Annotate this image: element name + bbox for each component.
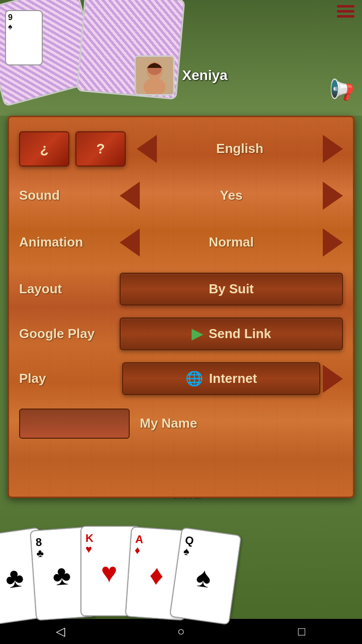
hand-card-5: Q ♠ ♠ bbox=[169, 527, 242, 625]
svg-text:♣: ♣ bbox=[51, 559, 71, 591]
svg-text:♥: ♥ bbox=[101, 557, 118, 588]
sound-arrow-left[interactable] bbox=[120, 182, 140, 210]
language-value: English bbox=[159, 141, 320, 156]
language-arrow-right[interactable] bbox=[323, 135, 343, 163]
animation-label: Animation bbox=[19, 234, 120, 250]
help-language-row: ¿ ? English bbox=[19, 130, 343, 168]
animation-arrow-left[interactable] bbox=[120, 228, 140, 257]
help-button-1[interactable]: ¿ bbox=[19, 131, 69, 167]
nav-back-button[interactable]: ◁ bbox=[48, 619, 73, 644]
sound-control: Yes bbox=[120, 182, 343, 210]
play-row: Play 🌐 Internet bbox=[19, 360, 343, 397]
globe-icon: 🌐 bbox=[186, 370, 203, 387]
animation-arrow-right[interactable] bbox=[323, 228, 343, 257]
menu-icon[interactable] bbox=[337, 5, 354, 18]
nav-home-button[interactable]: ○ bbox=[168, 619, 194, 644]
menu-bar-2 bbox=[337, 10, 354, 13]
sound-row: Sound Yes bbox=[19, 177, 343, 214]
language-control: English bbox=[137, 135, 343, 163]
myname-input[interactable] bbox=[19, 409, 130, 439]
play-store-icon: ▶ bbox=[192, 326, 203, 342]
sound-arrow-right[interactable] bbox=[323, 182, 343, 210]
play-label: Play bbox=[19, 371, 120, 386]
play-value: Internet bbox=[209, 371, 257, 386]
menu-bar-3 bbox=[337, 15, 354, 18]
googleplay-label: Google Play bbox=[19, 326, 120, 342]
avatar bbox=[134, 55, 174, 96]
layout-button[interactable]: By Suit bbox=[120, 273, 343, 305]
googleplay-row: Google Play ▶ Send Link bbox=[19, 315, 343, 353]
googleplay-btn-label: Send Link bbox=[209, 326, 271, 342]
player-name: Xeniya bbox=[182, 67, 227, 84]
menu-bar-1 bbox=[337, 5, 354, 8]
avatar-area: Xeniya bbox=[134, 55, 227, 96]
nav-recent-button[interactable]: □ bbox=[289, 619, 314, 644]
animation-row: Animation Normal bbox=[19, 223, 343, 261]
googleplay-button[interactable]: ▶ Send Link bbox=[120, 317, 343, 350]
svg-text:♥: ♥ bbox=[85, 543, 92, 555]
myname-label: My Name bbox=[140, 416, 197, 431]
settings-panel: ¿ ? English Sound Yes Animation Normal L… bbox=[8, 116, 354, 498]
svg-text:♦: ♦ bbox=[134, 544, 141, 557]
layout-label: Layout bbox=[19, 281, 120, 297]
help-button-2[interactable]: ? bbox=[75, 131, 126, 167]
animation-control: Normal bbox=[120, 228, 343, 257]
animation-value: Normal bbox=[142, 234, 320, 250]
play-button[interactable]: 🌐 Internet bbox=[122, 362, 320, 395]
language-arrow-left[interactable] bbox=[137, 135, 157, 163]
play-arrow-right[interactable] bbox=[323, 365, 343, 393]
android-navbar: ◁ ○ □ bbox=[0, 619, 362, 644]
layout-row: Layout By Suit bbox=[19, 270, 343, 308]
sound-value: Yes bbox=[142, 188, 320, 203]
svg-text:♦: ♦ bbox=[148, 559, 164, 591]
card-9spades: 9 ♠ bbox=[5, 10, 43, 65]
hand-cards: K ♣ ♣ 8 ♣ ♣ K ♥ ♥ A ♦ ♦ Q ♠ bbox=[0, 526, 236, 616]
myname-row: My Name bbox=[19, 405, 343, 442]
speaker-icon[interactable]: 📢 bbox=[329, 78, 354, 102]
svg-text:♣: ♣ bbox=[36, 547, 44, 560]
sound-label: Sound bbox=[19, 188, 120, 203]
